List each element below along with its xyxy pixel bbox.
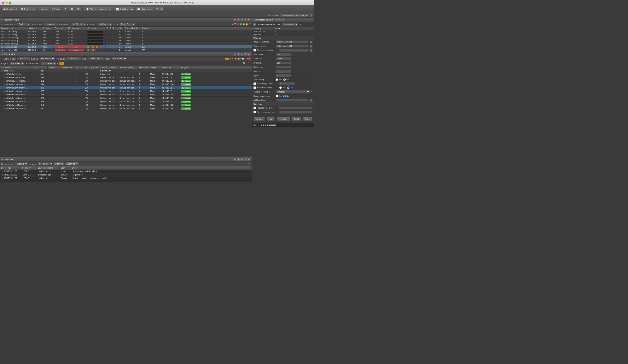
workspace-select[interactable]: Default right submission Custom <box>280 14 309 17</box>
th-j[interactable]: J <box>112 27 115 30</box>
start-frame-input[interactable] <box>276 53 291 56</box>
network-flow-select[interactable]: EnabledDisabled <box>17 23 30 26</box>
th-source-ip[interactable]: Source IP <box>21 166 36 170</box>
queue-view-select[interactable]: Queue view <box>282 23 298 26</box>
queue-job-row[interactable]: ✔ nParticleLowConserve 174 1 0(0) Derive… <box>0 83 252 86</box>
frames-dest-input[interactable] <box>279 49 309 52</box>
th-working[interactable]: Working nodes <box>84 66 99 69</box>
th-l[interactable]: L <box>31 66 34 69</box>
th-requeued[interactable]: Requeued <box>138 66 149 69</box>
instance-row[interactable]: cicciobook.local[11] 127.0.0.1 Mac 0.0% … <box>0 42 252 45</box>
instances-close-icon[interactable]: ✕ <box>247 18 250 21</box>
project-dir-input[interactable] <box>276 45 309 48</box>
process-warning-input[interactable] <box>279 111 313 114</box>
satellite-yes-option[interactable]: Yes <box>279 86 285 89</box>
user-select[interactable]: Not filtered <box>111 57 127 60</box>
subframe-no-radio[interactable] <box>283 95 286 97</box>
queue-job-row[interactable]: ✔ nParticleLowConserve... 186 1 0(0) Der… <box>0 93 252 97</box>
th-source-hostname[interactable]: Source Hostname <box>36 166 60 170</box>
th-event-time[interactable]: Event Time ▼ <box>0 166 21 170</box>
minimize-button[interactable] <box>5 1 8 4</box>
th-excl-pool[interactable]: Excluded pool(s) <box>119 66 138 69</box>
queue-collapse-icon[interactable]: ▶ <box>1 54 3 55</box>
instance-row[interactable]: cicciobook.local[2] 127.0.0.1 Mac 96.1% … <box>0 49 252 52</box>
dispatcher-logs-button[interactable]: 📋 Dispatcher remote logs <box>84 7 113 11</box>
project-select[interactable]: Not filtered <box>9 62 25 65</box>
subframe-yes-radio[interactable] <box>276 95 278 97</box>
process-valid-checkbox[interactable] <box>253 107 256 109</box>
satellite-no-radio[interactable] <box>287 86 289 89</box>
instances-grid-icon[interactable]: ⊞ <box>240 18 243 21</box>
abort-yes-radio[interactable] <box>276 78 278 81</box>
instance-row-selected[interactable]: cicciobook.local[1] 127.0.0.1 Mac 96.1% … <box>0 45 252 49</box>
queue-job-row[interactable]: ✔ nParticleBlobTest 170 1 0(0) Entire Fa… <box>0 72 252 76</box>
end-frame-input[interactable] <box>276 57 291 60</box>
th-s[interactable]: S <box>105 27 109 30</box>
maya-scene-browse-btn[interactable]: ... <box>310 41 313 43</box>
th-event[interactable]: Event <box>71 166 252 170</box>
sub-close-icon[interactable]: ✕ <box>282 18 284 21</box>
instance-row[interactable]: cicciobook.local[10] 127.0.0.1 Mac 0.0% … <box>0 36 252 39</box>
step-by-input[interactable] <box>276 70 291 73</box>
dept-select[interactable]: Not filtered <box>41 62 56 65</box>
th-proc-priority[interactable]: Process Priority <box>124 27 141 30</box>
number-by-input[interactable] <box>276 66 291 68</box>
queue-group-row[interactable]: ▼ Bauli_2013 167 Entire Farm <box>0 69 252 72</box>
log-row[interactable]: 🖥 05/12/13 11:02 127.0.0.1 cicciobook.lo… <box>0 177 252 180</box>
submit-button[interactable]: Submit <box>254 117 264 121</box>
by-frame-input[interactable] <box>276 61 291 64</box>
additional-flags-btn[interactable]: ... <box>310 99 313 102</box>
logs-collapse-icon[interactable]: ▶ <box>1 159 3 160</box>
group-collapse-icon[interactable]: ▼ <box>1 70 3 72</box>
queue-job-row[interactable]: ✔ nParticleLowConserve... 187 1 0(0) Der… <box>0 97 252 100</box>
log-row[interactable]: 🖥 05/12/13 11:09 127.0.0.1 cicciobook.lo… <box>0 170 252 173</box>
queue-nf-collapse[interactable]: ◀ <box>1 58 2 60</box>
instances-collapse-icon[interactable]: ▶ <box>1 19 3 21</box>
logs-expand-icon[interactable]: ▷ <box>248 163 250 166</box>
th-progress[interactable]: Progress <box>54 27 67 30</box>
sub-search-icon[interactable]: 🔍 <box>271 18 274 21</box>
frame1-button[interactable]: ▦ <box>69 7 75 11</box>
th-dept[interactable]: Department <box>61 66 75 69</box>
queue-search-icon[interactable]: 🔍 <box>237 53 240 56</box>
history-button[interactable]: 📁 History view <box>135 7 154 11</box>
abort-no-option[interactable]: No <box>283 78 289 81</box>
queue-delete-btn[interactable]: 🗑 <box>247 62 250 65</box>
subframe-no-option[interactable]: No <box>283 95 289 97</box>
th-started[interactable]: Started on <box>161 66 180 69</box>
platform-select[interactable]: Not filtered <box>71 23 86 26</box>
th-ip[interactable]: Ip Address <box>27 27 42 30</box>
logs-source-select[interactable]: Not filtered <box>37 162 53 166</box>
instances-list-icon[interactable]: ☰ <box>244 18 247 21</box>
logs-refresh-icon[interactable]: ↺ <box>234 158 236 161</box>
queue-job-row[interactable]: ✔ nParticleBlobTestDou... 172 1 0(0) Der… <box>0 76 252 79</box>
logs-close-icon[interactable]: ✕ <box>247 158 250 161</box>
queue-job-row[interactable]: ✔ nParticleLowConserve... 191 1 0(0) Der… <box>0 104 252 107</box>
th-queue-priority[interactable]: Priority <box>75 66 84 69</box>
statistics-button[interactable]: 📊 Statistics view <box>114 7 135 11</box>
queue-list-icon[interactable]: ☰ <box>244 53 247 56</box>
th-instance-name[interactable]: Instance name <box>0 27 27 30</box>
abort-no-radio[interactable] <box>283 78 286 81</box>
queue-refresh-icon[interactable]: ↺ <box>234 53 236 56</box>
th-t[interactable]: T <box>34 66 37 69</box>
export-log-button[interactable]: Export log ▼ <box>65 162 79 166</box>
th-job-name[interactable]: Job Name <box>0 66 31 69</box>
th-memory[interactable]: Memory usage <box>67 27 86 30</box>
network-flow-collapse[interactable]: ◀ <box>1 23 2 25</box>
bookmark-icon[interactable]: 🔖 <box>60 62 64 65</box>
frames-dest-checkbox[interactable] <box>253 49 256 52</box>
queue-job-row[interactable]: ✔ nParticleLowConserve... 188 1 0(0) Der… <box>0 100 252 104</box>
satellite-licensing-select[interactable]: Unlimited <box>276 90 310 94</box>
status-select[interactable]: Not filtered <box>97 23 112 26</box>
additional-flags-input[interactable] <box>276 99 309 102</box>
th-a[interactable]: A <box>37 66 40 69</box>
th-t[interactable]: T <box>109 27 112 30</box>
save-button[interactable]: Save <box>303 117 312 121</box>
th-l[interactable]: L <box>115 27 118 30</box>
log-row[interactable]: 🖥 05/12/13 11:02 127.0.0.1 cicciobook.lo… <box>0 173 252 177</box>
th-queue-id[interactable]: ID <box>40 66 48 69</box>
instances-search-icon[interactable]: 🔍 <box>237 18 240 21</box>
instances-refresh-icon[interactable]: ↺ <box>234 18 236 21</box>
th-engine[interactable]: Engine <box>149 66 161 69</box>
